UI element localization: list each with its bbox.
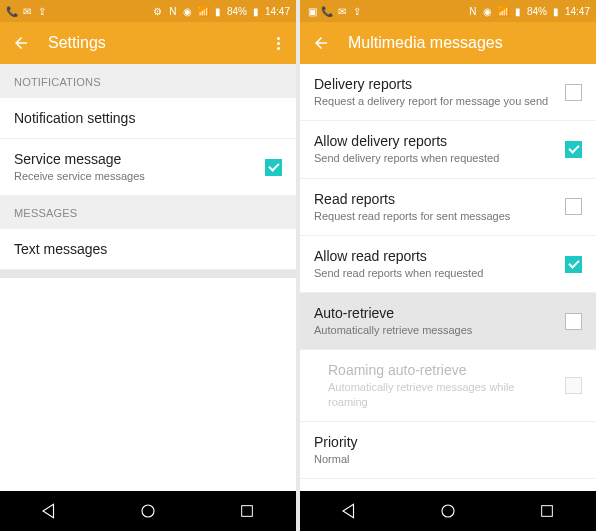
clock: 14:47 xyxy=(565,6,590,17)
row-allow-delivery[interactable]: Allow delivery reports Send delivery rep… xyxy=(300,121,596,178)
row-label: Read reports xyxy=(314,191,557,207)
checkbox-delivery-reports[interactable] xyxy=(565,84,582,101)
location-icon: ◉ xyxy=(182,5,194,17)
row-priority[interactable]: Priority Normal xyxy=(300,422,596,479)
row-validity[interactable]: Validity period Maximum xyxy=(300,479,596,491)
battery-icon: ▮ xyxy=(550,5,562,17)
empty-space xyxy=(0,278,296,492)
svg-point-0 xyxy=(142,505,154,517)
signal-icon: ▮ xyxy=(512,5,524,17)
signal-icon: ▮ xyxy=(212,5,224,17)
row-service-message[interactable]: Service message Receive service messages xyxy=(0,139,296,195)
row-label: Notification settings xyxy=(14,110,282,126)
image-icon: ▣ xyxy=(306,5,318,17)
row-delivery-reports[interactable]: Delivery reports Request a delivery repo… xyxy=(300,64,596,121)
bluetooth-icon: ⚙ xyxy=(152,5,164,17)
status-left-icons: ▣ 📞 ✉ ⇪ xyxy=(306,5,363,17)
row-allow-read[interactable]: Allow read reports Send read reports whe… xyxy=(300,236,596,293)
row-multimedia-messages[interactable]: Multimedia messages xyxy=(0,270,296,277)
row-sublabel: Send read reports when requested xyxy=(314,266,557,280)
battery-percent: 84% xyxy=(227,6,247,17)
status-left-icons: 📞 ✉ ⇪ xyxy=(6,5,48,17)
checkbox-auto-retrieve[interactable] xyxy=(565,313,582,330)
status-bar: ▣ 📞 ✉ ⇪ N ◉ 📶 ▮ 84% ▮ 14:47 xyxy=(300,0,596,22)
svg-point-2 xyxy=(442,505,454,517)
row-label: Allow read reports xyxy=(314,248,557,264)
row-sublabel: Automatically retrieve messages while ro… xyxy=(328,380,557,409)
row-sublabel: Receive service messages xyxy=(14,169,257,183)
row-sublabel: Send delivery reports when requested xyxy=(314,151,557,165)
section-messages: MESSAGES xyxy=(0,195,296,229)
nfc-icon: N xyxy=(467,5,479,17)
battery-icon: ▮ xyxy=(250,5,262,17)
checkbox-roaming xyxy=(565,377,582,394)
wifi-icon: 📶 xyxy=(497,5,509,17)
svg-rect-1 xyxy=(241,506,252,517)
page-title: Multimedia messages xyxy=(348,34,584,52)
mms-list: Delivery reports Request a delivery repo… xyxy=(300,64,596,491)
phone-icon: 📞 xyxy=(6,5,18,17)
mail-icon: ✉ xyxy=(21,5,33,17)
nav-recent-button[interactable] xyxy=(237,501,257,521)
row-label: Text messages xyxy=(14,241,282,257)
status-right-icons: N ◉ 📶 ▮ 84% ▮ 14:47 xyxy=(467,5,590,17)
row-label: Priority xyxy=(314,434,582,450)
checkbox-allow-delivery[interactable] xyxy=(565,141,582,158)
row-label: Roaming auto-retrieve xyxy=(328,362,557,378)
nav-bar xyxy=(300,491,596,531)
row-sublabel: Normal xyxy=(314,452,582,466)
svg-rect-3 xyxy=(541,506,552,517)
nav-back-button[interactable] xyxy=(39,501,59,521)
wifi-icon: 📶 xyxy=(197,5,209,17)
row-auto-retrieve[interactable]: Auto-retrieve Automatically retrieve mes… xyxy=(300,293,596,350)
row-label: Delivery reports xyxy=(314,76,557,92)
status-bar: 📞 ✉ ⇪ ⚙ N ◉ 📶 ▮ 84% ▮ 14:47 xyxy=(0,0,296,22)
page-title: Settings xyxy=(48,34,273,52)
row-sublabel: Request a delivery report for message yo… xyxy=(314,94,557,108)
settings-list: NOTIFICATIONS Notification settings Serv… xyxy=(0,64,296,278)
row-label: Auto-retrieve xyxy=(314,305,557,321)
location-icon: ◉ xyxy=(482,5,494,17)
row-notification-settings[interactable]: Notification settings xyxy=(0,98,296,139)
checkbox-allow-read[interactable] xyxy=(565,256,582,273)
phone-left: 📞 ✉ ⇪ ⚙ N ◉ 📶 ▮ 84% ▮ 14:47 Settings NOT… xyxy=(0,0,296,531)
overflow-menu-button[interactable] xyxy=(273,33,284,54)
nav-back-button[interactable] xyxy=(339,501,359,521)
checkbox-read-reports[interactable] xyxy=(565,198,582,215)
clock: 14:47 xyxy=(265,6,290,17)
phone-icon: 📞 xyxy=(321,5,333,17)
mail-icon: ✉ xyxy=(336,5,348,17)
phone-right: ▣ 📞 ✉ ⇪ N ◉ 📶 ▮ 84% ▮ 14:47 Multimedia m… xyxy=(300,0,596,531)
status-right-icons: ⚙ N ◉ 📶 ▮ 84% ▮ 14:47 xyxy=(152,5,290,17)
back-button[interactable] xyxy=(12,34,30,52)
row-text-messages[interactable]: Text messages xyxy=(0,229,296,270)
row-label: Allow delivery reports xyxy=(314,133,557,149)
nav-recent-button[interactable] xyxy=(537,501,557,521)
battery-percent: 84% xyxy=(527,6,547,17)
back-button[interactable] xyxy=(312,34,330,52)
checkbox-service-message[interactable] xyxy=(265,159,282,176)
row-sublabel: Request read reports for sent messages xyxy=(314,209,557,223)
nav-home-button[interactable] xyxy=(138,501,158,521)
row-label: Service message xyxy=(14,151,257,167)
nav-home-button[interactable] xyxy=(438,501,458,521)
section-notifications: NOTIFICATIONS xyxy=(0,64,296,98)
nfc-icon: N xyxy=(167,5,179,17)
app-bar: Settings xyxy=(0,22,296,64)
app-bar: Multimedia messages xyxy=(300,22,596,64)
row-sublabel: Automatically retrieve messages xyxy=(314,323,557,337)
nav-bar xyxy=(0,491,296,531)
upload-icon: ⇪ xyxy=(36,5,48,17)
upload-icon: ⇪ xyxy=(351,5,363,17)
row-roaming-auto-retrieve: Roaming auto-retrieve Automatically retr… xyxy=(300,350,596,422)
row-read-reports[interactable]: Read reports Request read reports for se… xyxy=(300,179,596,236)
